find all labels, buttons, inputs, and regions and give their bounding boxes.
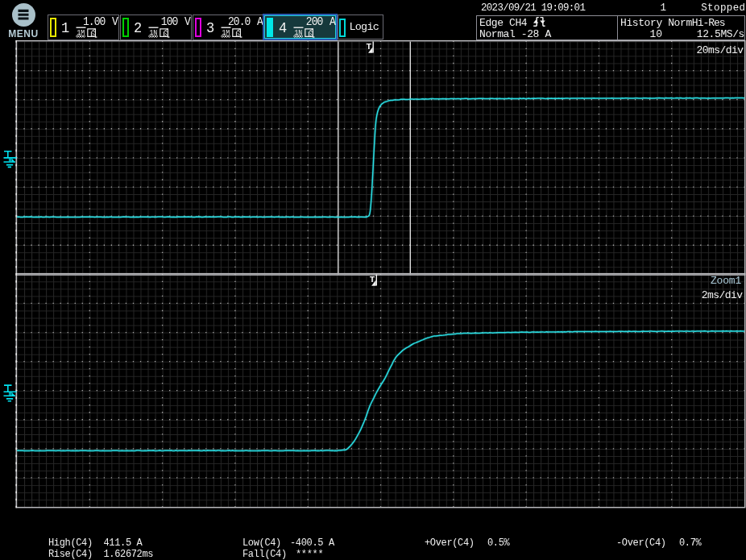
svg-text:1N: 1N [294, 28, 302, 35]
svg-text:1N: 1N [149, 28, 157, 35]
svg-text:1M: 1M [222, 28, 230, 35]
svg-text:1M: 1M [77, 28, 85, 35]
